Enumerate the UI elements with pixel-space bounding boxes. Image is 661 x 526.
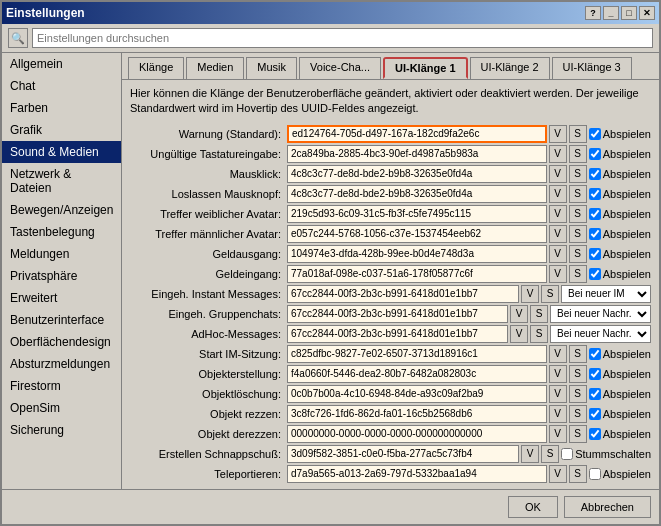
sidebar-item-allgemein[interactable]: Allgemein — [2, 53, 121, 75]
tab-ui-klange-3[interactable]: UI-Klänge 3 — [552, 57, 632, 79]
row-value-input[interactable] — [287, 405, 547, 423]
row-value-input[interactable] — [287, 145, 547, 163]
row-value-input[interactable] — [287, 185, 547, 203]
s-button[interactable]: S — [569, 225, 587, 243]
row-value-input[interactable] — [287, 385, 547, 403]
play-dropdown[interactable]: Bei neuer Nachr. — [550, 325, 651, 343]
s-button[interactable]: S — [569, 245, 587, 263]
row-value-input[interactable] — [287, 285, 519, 303]
cancel-button[interactable]: Abbrechen — [564, 496, 651, 518]
row-value-input[interactable] — [287, 425, 547, 443]
play-checkbox[interactable] — [589, 228, 601, 240]
tab-klange[interactable]: Klänge — [128, 57, 184, 79]
tab-voice-chat[interactable]: Voice-Cha... — [299, 57, 381, 79]
row-value-input[interactable] — [287, 205, 547, 223]
v-button[interactable]: V — [549, 405, 567, 423]
sidebar-item-absturzmeldungen[interactable]: Absturzmeldungen — [2, 353, 121, 375]
play-checkbox[interactable] — [589, 168, 601, 180]
v-button[interactable]: V — [549, 225, 567, 243]
v-button[interactable]: V — [549, 425, 567, 443]
play-checkbox[interactable] — [561, 448, 573, 460]
sidebar-item-farben[interactable]: Farben — [2, 97, 121, 119]
play-checkbox[interactable] — [589, 208, 601, 220]
sidebar-item-chat[interactable]: Chat — [2, 75, 121, 97]
row-value-input[interactable] — [287, 365, 547, 383]
s-button[interactable]: S — [569, 185, 587, 203]
v-button[interactable]: V — [549, 465, 567, 483]
v-button[interactable]: V — [549, 365, 567, 383]
s-button[interactable]: S — [569, 265, 587, 283]
play-checkbox[interactable] — [589, 188, 601, 200]
s-button[interactable]: S — [569, 125, 587, 143]
sidebar-item-sicherung[interactable]: Sicherung — [2, 419, 121, 441]
s-button[interactable]: S — [569, 365, 587, 383]
sidebar-item-privatsphare[interactable]: Privatsphäre — [2, 265, 121, 287]
v-button[interactable]: V — [549, 145, 567, 163]
sidebar-item-grafik[interactable]: Grafik — [2, 119, 121, 141]
play-checkbox[interactable] — [589, 388, 601, 400]
row-value-input[interactable] — [287, 465, 547, 483]
row-value-input[interactable] — [287, 345, 547, 363]
row-value-input[interactable] — [287, 325, 508, 343]
sidebar-item-sound-medien[interactable]: Sound & Medien — [2, 141, 121, 163]
s-button[interactable]: S — [569, 465, 587, 483]
row-value-input[interactable] — [287, 165, 547, 183]
play-checkbox[interactable] — [589, 128, 601, 140]
v-button[interactable]: V — [521, 285, 539, 303]
s-button[interactable]: S — [541, 285, 559, 303]
s-button[interactable]: S — [569, 425, 587, 443]
play-checkbox[interactable] — [589, 408, 601, 420]
v-button[interactable]: V — [549, 245, 567, 263]
play-dropdown[interactable]: Bei neuer IM — [561, 285, 651, 303]
play-dropdown[interactable]: Bei neuer Nachr. — [550, 305, 651, 323]
v-button[interactable]: V — [549, 345, 567, 363]
v-button[interactable]: V — [510, 325, 528, 343]
play-checkbox[interactable] — [589, 468, 601, 480]
row-value-input[interactable] — [287, 125, 547, 143]
s-button[interactable]: S — [569, 345, 587, 363]
sidebar-item-erweitert[interactable]: Erweitert — [2, 287, 121, 309]
s-button[interactable]: S — [530, 305, 548, 323]
v-button[interactable]: V — [510, 305, 528, 323]
tab-ui-klange-2[interactable]: UI-Klänge 2 — [470, 57, 550, 79]
play-checkbox[interactable] — [589, 368, 601, 380]
close-button[interactable]: ✕ — [639, 6, 655, 20]
sidebar-item-opensim[interactable]: OpenSim — [2, 397, 121, 419]
v-button[interactable]: V — [549, 385, 567, 403]
maximize-button[interactable]: □ — [621, 6, 637, 20]
sidebar-item-netzwerk-dateien[interactable]: Netzwerk & Dateien — [2, 163, 121, 199]
v-button[interactable]: V — [549, 185, 567, 203]
s-button[interactable]: S — [569, 385, 587, 403]
sidebar-item-oberflachendesign[interactable]: Oberflächendesign — [2, 331, 121, 353]
s-button[interactable]: S — [541, 445, 559, 463]
row-value-input[interactable] — [287, 225, 547, 243]
play-checkbox[interactable] — [589, 268, 601, 280]
v-button[interactable]: V — [549, 205, 567, 223]
s-button[interactable]: S — [569, 165, 587, 183]
help-button[interactable]: ? — [585, 6, 601, 20]
v-button[interactable]: V — [521, 445, 539, 463]
play-checkbox[interactable] — [589, 248, 601, 260]
tab-medien[interactable]: Medien — [186, 57, 244, 79]
sidebar-item-benutzerinterface[interactable]: Benutzerinterface — [2, 309, 121, 331]
s-button[interactable]: S — [569, 145, 587, 163]
sidebar-item-meldungen[interactable]: Meldungen — [2, 243, 121, 265]
tab-ui-klange-1[interactable]: UI-Klänge 1 — [383, 57, 468, 79]
ok-button[interactable]: OK — [508, 496, 558, 518]
v-button[interactable]: V — [549, 165, 567, 183]
s-button[interactable]: S — [530, 325, 548, 343]
sidebar-item-bewegen-anzeigen[interactable]: Bewegen/Anzeigen — [2, 199, 121, 221]
play-checkbox[interactable] — [589, 428, 601, 440]
row-value-input[interactable] — [287, 265, 547, 283]
v-button[interactable]: V — [549, 125, 567, 143]
s-button[interactable]: S — [569, 405, 587, 423]
play-checkbox[interactable] — [589, 148, 601, 160]
minimize-button[interactable]: _ — [603, 6, 619, 20]
search-input[interactable] — [32, 28, 653, 48]
row-value-input[interactable] — [287, 245, 547, 263]
v-button[interactable]: V — [549, 265, 567, 283]
sidebar-item-tastenbelegung[interactable]: Tastenbelegung — [2, 221, 121, 243]
row-value-input[interactable] — [287, 445, 519, 463]
tab-musik[interactable]: Musik — [246, 57, 297, 79]
row-value-input[interactable] — [287, 305, 508, 323]
